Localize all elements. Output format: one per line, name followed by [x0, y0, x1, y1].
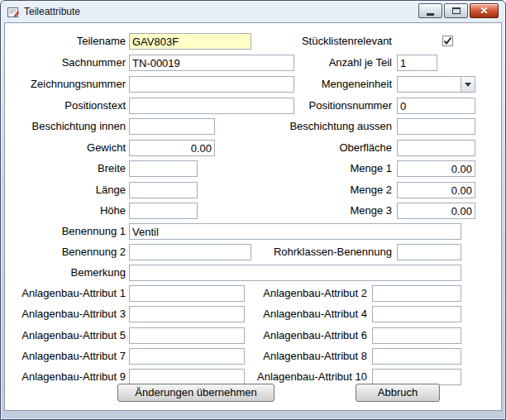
- menge1-input[interactable]: [397, 160, 475, 177]
- label-bemerkung: Bemerkung: [8, 265, 126, 281]
- label-attr2: Anlagenbau-Attribut 2: [236, 285, 367, 302]
- label-anzahl-je-teil: Anzahl je Teil: [220, 55, 392, 71]
- label-oberflaeche: Oberfläche: [220, 140, 392, 156]
- attr7-input[interactable]: [129, 348, 245, 365]
- hoehe-input[interactable]: [129, 203, 198, 219]
- laenge-input[interactable]: [129, 182, 198, 198]
- label-laenge: Länge: [8, 182, 126, 198]
- label-benennung1: Benennung 1: [8, 223, 126, 240]
- label-zeichnungsnummer: Zeichnungsnummer: [8, 76, 126, 93]
- minimize-icon: [427, 13, 434, 16]
- app-icon: [7, 6, 20, 19]
- label-attr4: Anlagenbau-Attribut 4: [236, 306, 367, 322]
- beschichtung-innen-input[interactable]: [129, 118, 215, 135]
- maximize-button[interactable]: [444, 3, 468, 18]
- label-breite: Breite: [8, 160, 126, 177]
- mengeneinheit-select[interactable]: [397, 76, 475, 93]
- label-beschichtung-aussen: Beschichtung aussen: [220, 118, 392, 135]
- positionsnummer-input[interactable]: [397, 98, 475, 114]
- titlebar[interactable]: Teileattribute ✕: [1, 1, 505, 21]
- label-benennung2: Benennung 2: [8, 244, 126, 260]
- chevron-down-icon: [465, 83, 471, 90]
- bemerkung-input[interactable]: [129, 265, 461, 281]
- close-icon: ✕: [480, 6, 488, 16]
- cancel-button[interactable]: Abbruch: [356, 384, 440, 402]
- breite-input[interactable]: [129, 160, 198, 177]
- attr5-input[interactable]: [129, 327, 245, 344]
- close-button[interactable]: ✕: [470, 3, 499, 18]
- label-beschichtung-innen: Beschichtung innen: [8, 118, 126, 135]
- gewicht-input[interactable]: [129, 140, 215, 156]
- menge3-input[interactable]: [397, 203, 475, 219]
- label-rohrklassen-benennung: Rohrklassen-Benennung: [220, 244, 392, 260]
- label-menge3: Menge 3: [220, 203, 392, 219]
- label-attr1: Anlagenbau-Attribut 1: [8, 285, 126, 302]
- rohrklassen-benennung-input[interactable]: [397, 244, 461, 260]
- dropdown-button[interactable]: [461, 77, 475, 92]
- label-positionstext: Positionstext: [8, 98, 126, 114]
- label-attr10: Anlagenbau-Attribut 10: [236, 369, 367, 385]
- label-sachnummer: Sachnummer: [8, 55, 126, 71]
- attr3-input[interactable]: [129, 306, 245, 322]
- label-teilename: Teilename: [8, 33, 126, 50]
- label-gewicht: Gewicht: [8, 140, 126, 156]
- label-hoehe: Höhe: [8, 203, 126, 219]
- anzahl-je-teil-input[interactable]: [397, 55, 437, 71]
- label-mengeneinheit: Mengeneinheit: [220, 76, 392, 93]
- label-attr5: Anlagenbau-Attribut 5: [8, 327, 126, 344]
- label-attr8: Anlagenbau-Attribut 8: [236, 348, 367, 365]
- label-positionsnummer: Positionsnummer: [220, 98, 392, 114]
- apply-button[interactable]: Änderungen übernehmen: [117, 384, 274, 402]
- label-menge1: Menge 1: [220, 160, 392, 177]
- window-controls: ✕: [418, 3, 499, 18]
- oberflaeche-input[interactable]: [397, 140, 475, 156]
- attr1-input[interactable]: [129, 285, 245, 302]
- label-attr9: Anlagenbau-Attribut 9: [8, 369, 126, 385]
- label-attr7: Anlagenbau-Attribut 7: [8, 348, 126, 365]
- minimize-button[interactable]: [418, 3, 442, 18]
- attr10-input[interactable]: [372, 369, 461, 385]
- check-icon: [443, 36, 452, 45]
- beschichtung-aussen-input[interactable]: [397, 118, 475, 135]
- benennung1-input[interactable]: [129, 223, 461, 240]
- label-stuecklistenrelevant: Stücklistenrelevant: [220, 33, 392, 50]
- attr9-input[interactable]: [129, 369, 245, 385]
- label-menge2: Menge 2: [220, 182, 392, 198]
- label-attr3: Anlagenbau-Attribut 3: [8, 306, 126, 322]
- attr6-input[interactable]: [372, 327, 461, 344]
- window-title: Teileattribute: [24, 6, 80, 19]
- attr8-input[interactable]: [372, 348, 461, 365]
- label-attr6: Anlagenbau-Attribut 6: [236, 327, 367, 344]
- form-area: Teilename Stücklistenrelevant Sachnummer…: [4, 22, 502, 411]
- maximize-icon: [452, 7, 461, 14]
- attr4-input[interactable]: [372, 306, 461, 322]
- teileattribute-window: Teileattribute ✕ Teilename Stücklistenre…: [0, 0, 506, 420]
- attr2-input[interactable]: [372, 285, 461, 302]
- menge2-input[interactable]: [397, 182, 475, 198]
- stuecklistenrelevant-checkbox[interactable]: [442, 36, 453, 46]
